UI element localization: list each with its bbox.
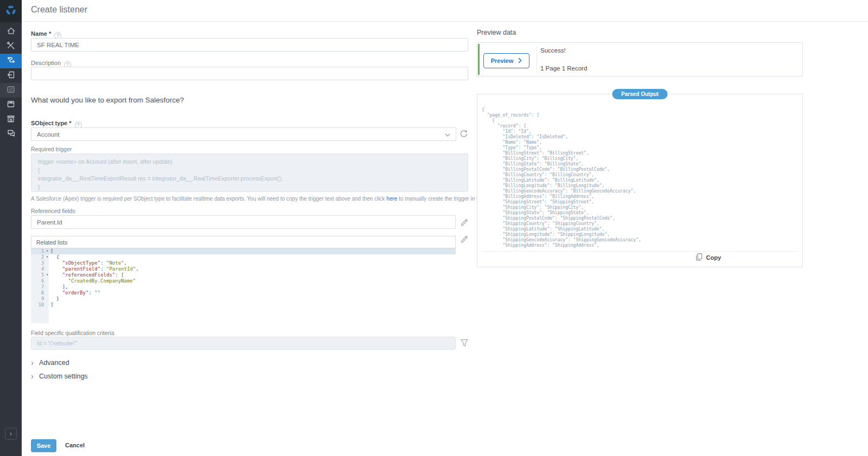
sidebar-item-connections[interactable] <box>0 98 22 112</box>
preview-button[interactable]: Preview <box>483 53 529 68</box>
editor-line: 4 "parentField": "ParentId", <box>31 266 456 272</box>
editor-line: 9 } <box>31 296 456 302</box>
code-text: "orderBy": "" <box>50 290 100 296</box>
editor-line: 1▾[ <box>31 248 456 254</box>
divider <box>482 251 798 252</box>
storefront-icon <box>7 114 15 125</box>
line-number: 10 <box>31 302 44 308</box>
chevron-right-icon: › <box>10 429 12 438</box>
edit-pencil-icon[interactable] <box>460 217 468 229</box>
code-text: [ <box>50 248 53 254</box>
line-number: 3 <box>31 260 44 266</box>
related-lists-label: Related lists <box>31 236 456 248</box>
sobject-type-label: SObject type * <box>31 120 72 126</box>
export-document-icon <box>7 70 15 81</box>
preview-data-title: Preview data <box>477 29 516 36</box>
advanced-section-toggle[interactable]: › Advanced <box>31 359 69 367</box>
gutter-spacer <box>44 278 50 284</box>
flows-icon <box>7 55 16 67</box>
sidebar-item-scripts[interactable] <box>0 83 22 98</box>
fold-caret-icon[interactable]: ▾ <box>44 248 50 254</box>
line-number: 9 <box>31 296 44 302</box>
trigger-line: integrator_da__.RealTimeExportResult res… <box>38 175 461 183</box>
cancel-button[interactable]: Cancel <box>65 442 85 448</box>
page-title: Create listener <box>31 5 87 15</box>
name-label: Name * <box>31 30 51 37</box>
editor-line: 10] <box>31 302 456 308</box>
trigger-line: } <box>38 183 461 192</box>
description-input[interactable] <box>31 67 468 80</box>
code-text: "referencedFields": [ <box>50 272 124 278</box>
sidebar: › <box>0 0 22 456</box>
gutter-spacer <box>44 260 50 266</box>
code-text: ], <box>50 284 68 290</box>
sidebar-expand-button[interactable]: › <box>5 428 17 440</box>
editor-line: 2▾ { <box>31 254 456 260</box>
code-icon <box>7 85 15 96</box>
sobject-type-value: Account <box>37 131 445 138</box>
fold-caret-icon[interactable]: ▾ <box>44 254 50 260</box>
success-accent-bar <box>478 44 480 75</box>
sobject-type-select[interactable]: Account <box>31 127 456 141</box>
related-lists-code: 1▾[2▾ {3 "sObjectType": "Note",4 "parent… <box>31 248 456 308</box>
trigger-line: trigger <name> on Account (after insert,… <box>38 158 461 166</box>
sidebar-item-support[interactable] <box>0 127 22 142</box>
line-number: 8 <box>31 290 44 296</box>
sidebar-item-home[interactable] <box>0 24 22 39</box>
line-number: 7 <box>31 284 44 290</box>
referenced-fields-label: Referenced fields <box>31 208 75 214</box>
line-number: 5 <box>31 272 44 278</box>
sidebar-item-marketplace[interactable] <box>0 112 22 127</box>
referenced-fields-input[interactable] <box>31 215 456 229</box>
gutter-spacer <box>44 302 50 308</box>
sidebar-item-flows[interactable] <box>0 54 22 68</box>
chevron-down-icon <box>445 131 450 138</box>
related-lists-editor[interactable]: 1▾[2▾ {3 "sObjectType": "Note",4 "parent… <box>31 248 456 323</box>
required-trigger-block: trigger <name> on Account (after insert,… <box>31 153 468 192</box>
trigger-note: A Salesforce (Apex) trigger is required … <box>31 196 536 202</box>
code-text: "sObjectType": "Note", <box>50 260 127 266</box>
copy-button[interactable]: Copy <box>695 253 722 262</box>
code-text: } <box>50 296 59 302</box>
line-number: 1 <box>31 248 44 254</box>
line-number: 4 <box>31 266 44 272</box>
parsed-output-tab[interactable]: Parsed Output <box>612 89 668 99</box>
sidebar-item-tools[interactable] <box>0 39 22 54</box>
code-text: { <box>50 254 59 260</box>
here-link[interactable]: here <box>386 196 397 202</box>
line-number: 6 <box>31 278 44 284</box>
editor-line: 3 "sObjectType": "Note", <box>31 260 456 266</box>
refresh-icon[interactable] <box>459 130 468 140</box>
advanced-label: Advanced <box>39 359 69 367</box>
chevron-right-icon <box>518 57 522 65</box>
status-text: Success! <box>540 47 566 54</box>
editor-line: 5▾ "referencedFields": [ <box>31 272 456 278</box>
preview-status-card: Preview Success! 1 Page 1 Record <box>477 42 803 76</box>
filter-funnel-icon[interactable] <box>460 338 469 350</box>
stack-icon <box>7 100 15 111</box>
chat-icon <box>7 129 16 140</box>
gutter-spacer <box>44 284 50 290</box>
divider <box>537 46 537 73</box>
chevron-right-icon: › <box>31 373 34 380</box>
parsed-output-panel: Parsed Output { "page_of_records": [ { "… <box>477 94 803 267</box>
sidebar-item-exports[interactable] <box>0 68 22 83</box>
description-label: Description <box>31 60 61 66</box>
app-logo[interactable] <box>0 0 22 22</box>
editor-line: 6 "CreatedBy.CompanyName" <box>31 278 456 284</box>
trigger-line: { <box>38 166 461 175</box>
line-number: 2 <box>31 254 44 260</box>
custom-settings-section-toggle[interactable]: › Custom settings <box>31 372 88 380</box>
editor-line: 7 ], <box>31 284 456 290</box>
tools-icon <box>7 41 15 52</box>
export-question-heading: What would you like to export from Sales… <box>31 96 184 104</box>
home-icon <box>7 27 16 37</box>
save-button[interactable]: Save <box>31 439 56 452</box>
edit-pencil-icon[interactable] <box>460 234 468 246</box>
fold-caret-icon[interactable]: ▾ <box>44 272 50 278</box>
name-input[interactable] <box>31 38 468 52</box>
parsed-output-json: { "page_of_records": [ { "record": { "Id… <box>482 107 641 248</box>
gutter-spacer <box>44 266 50 272</box>
result-text: 1 Page 1 Record <box>540 65 587 72</box>
qualification-criteria-input: Id = '\"netsuite\"' <box>31 337 456 350</box>
